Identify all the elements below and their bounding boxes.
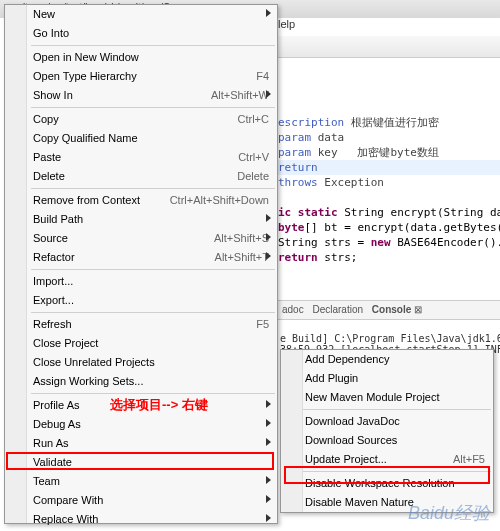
menu-open-type-hierarchy[interactable]: Open Type HierarchyF4 [5,67,277,86]
menu-refresh[interactable]: RefreshF5 [5,315,277,334]
menu-validate[interactable]: Validate [5,453,277,472]
menu-remove-context[interactable]: Remove from ContextCtrl+Alt+Shift+Down [5,191,277,210]
menu-build-path[interactable]: Build Path [5,210,277,229]
bottom-tab-bar: adoc Declaration Console ⊠ [278,300,500,320]
menu-source[interactable]: SourceAlt+Shift+S [5,229,277,248]
menu-help[interactable]: lelp [278,18,295,30]
menu-close-unrelated[interactable]: Close Unrelated Projects [5,353,277,372]
submenu-disable-workspace[interactable]: Disable Workspace Resolution [281,474,493,493]
annotation-text: 选择项目--> 右键 [110,396,208,414]
menu-delete[interactable]: DeleteDelete [5,167,277,186]
menu-assign-working-sets[interactable]: Assign Working Sets... [5,372,277,391]
menu-compare-with[interactable]: Compare With [5,491,277,510]
menu-replace-with[interactable]: Replace With [5,510,277,529]
submenu-download-javadoc[interactable]: Download JavaDoc [281,412,493,431]
submenu-new-module[interactable]: New Maven Module Project [281,388,493,407]
menu-paste[interactable]: PasteCtrl+V [5,148,277,167]
code-editor[interactable]: escription 根据键值进行加密 param data param key… [278,100,500,280]
tab-javadoc[interactable]: adoc [282,304,304,315]
menu-import[interactable]: Import... [5,272,277,291]
menu-copy[interactable]: CopyCtrl+C [5,110,277,129]
menu-new[interactable]: New [5,5,277,24]
submenu-add-dependency[interactable]: Add Dependency [281,350,493,369]
menu-copy-qualified[interactable]: Copy Qualified Name [5,129,277,148]
submenu-add-plugin[interactable]: Add Plugin [281,369,493,388]
menu-close-project[interactable]: Close Project [5,334,277,353]
watermark: Baidu经验 [408,501,490,525]
tab-console[interactable]: Console ⊠ [372,304,422,315]
tab-declaration[interactable]: Declaration [312,304,363,315]
toolbar [278,36,500,58]
context-menu: New Go Into Open in New Window Open Type… [4,4,278,524]
menu-show-in[interactable]: Show InAlt+Shift+W [5,86,277,105]
menu-export[interactable]: Export... [5,291,277,310]
menu-team[interactable]: Team [5,472,277,491]
menu-open-new-window[interactable]: Open in New Window [5,48,277,67]
menu-debug-as[interactable]: Debug As [5,415,277,434]
submenu-update-project[interactable]: Update Project...Alt+F5 [281,450,493,469]
menu-refactor[interactable]: RefactorAlt+Shift+T [5,248,277,267]
menu-run-as[interactable]: Run As [5,434,277,453]
menu-go-into[interactable]: Go Into [5,24,277,43]
maven-submenu: Add Dependency Add Plugin New Maven Modu… [280,349,494,513]
submenu-download-sources[interactable]: Download Sources [281,431,493,450]
